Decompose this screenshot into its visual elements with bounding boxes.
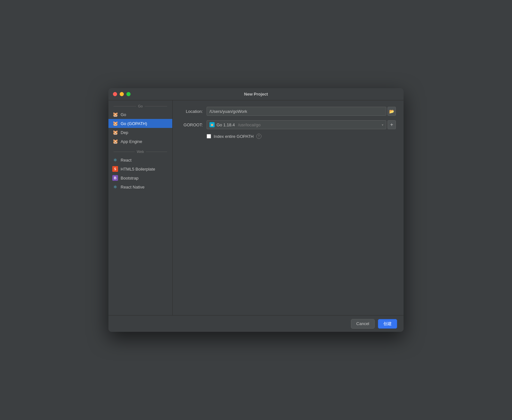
react-icon: ⚛ — [112, 157, 118, 163]
main-content: Go 🐹 Go 🐹 Go (GOPATH) 🐹 Dep — [108, 100, 404, 315]
right-panel: Location: 📂 GOROOT: 🐹 Go 1.18.4 — [173, 100, 404, 315]
goroot-select[interactable]: 🐹 Go 1.18.4 /usr/local/go ▾ — [207, 120, 386, 129]
group-label-web: Web — [108, 148, 172, 155]
location-input-wrapper: 📂 — [207, 107, 396, 116]
maximize-button[interactable] — [126, 92, 131, 96]
sidebar-item-label: Bootstrap — [121, 176, 139, 181]
go-small-icon: 🐹 — [209, 122, 215, 127]
new-project-dialog: New Project Go 🐹 Go 🐹 Go (GOPATH) — [108, 88, 404, 332]
go-path: /usr/local/go — [238, 122, 260, 127]
goroot-row: GOROOT: 🐹 Go 1.18.4 /usr/local/go ▾ + — [180, 120, 396, 129]
sidebar: Go 🐹 Go 🐹 Go (GOPATH) 🐹 Dep — [108, 100, 173, 315]
sidebar-item-go-gopath[interactable]: 🐹 Go (GOPATH) — [108, 119, 172, 128]
add-goroot-button[interactable]: + — [388, 120, 396, 129]
close-button[interactable] — [113, 92, 117, 96]
go-version: Go 1.18.4 — [217, 122, 235, 127]
window-title: New Project — [244, 92, 268, 97]
plus-icon: + — [390, 122, 393, 128]
traffic-lights — [113, 92, 131, 96]
sidebar-item-react-native[interactable]: ⚛ React Native — [108, 182, 172, 191]
sidebar-item-dep[interactable]: 🐹 Dep — [108, 128, 172, 137]
location-input[interactable] — [207, 107, 386, 116]
app-engine-icon: 🐹 — [112, 139, 118, 144]
react-native-icon: ⚛ — [112, 184, 118, 190]
sidebar-item-label: Dep — [121, 130, 128, 135]
group-label-go: Go — [108, 103, 172, 110]
sidebar-item-app-engine[interactable]: 🐹 App Engine — [108, 137, 172, 146]
folder-browse-button[interactable]: 📂 — [388, 107, 396, 116]
go-gopath-icon: 🐹 — [112, 121, 118, 126]
goroot-select-wrapper: 🐹 Go 1.18.4 /usr/local/go ▾ + — [207, 120, 396, 129]
minimize-button[interactable] — [120, 92, 124, 96]
create-button[interactable]: 创建 — [378, 319, 397, 329]
folder-icon: 📂 — [389, 109, 394, 114]
chevron-down-icon: ▾ — [382, 123, 383, 127]
location-label: Location: — [180, 109, 203, 114]
sidebar-item-go[interactable]: 🐹 Go — [108, 110, 172, 119]
go-icon: 🐹 — [112, 112, 118, 117]
index-gopath-checkbox[interactable] — [207, 134, 211, 139]
cancel-button[interactable]: Cancel — [351, 319, 375, 329]
help-icon[interactable]: ? — [256, 134, 261, 139]
sidebar-item-label: Go — [121, 112, 126, 117]
location-row: Location: 📂 — [180, 107, 396, 116]
goroot-select-left: 🐹 Go 1.18.4 /usr/local/go — [209, 122, 260, 127]
index-gopath-label: Index entire GOPATH — [214, 134, 254, 139]
sidebar-item-label: React — [121, 158, 132, 163]
sidebar-item-label: React Native — [121, 185, 144, 189]
goroot-label: GOROOT: — [180, 122, 203, 127]
sidebar-item-html5[interactable]: 5 HTML5 Boilerplate — [108, 164, 172, 173]
dep-icon: 🐹 — [112, 130, 118, 135]
bootstrap-icon: B — [112, 175, 118, 181]
sidebar-item-bootstrap[interactable]: B Bootstrap — [108, 173, 172, 182]
sidebar-item-label: App Engine — [121, 139, 142, 144]
checkbox-row: Index entire GOPATH ? — [180, 134, 396, 139]
sidebar-item-react[interactable]: ⚛ React — [108, 155, 172, 164]
sidebar-item-label: HTML5 Boilerplate — [121, 167, 155, 172]
title-bar: New Project — [108, 88, 404, 100]
sidebar-item-label: Go (GOPATH) — [121, 121, 147, 126]
html5-icon: 5 — [112, 166, 118, 172]
bottom-bar: Cancel 创建 — [108, 315, 404, 332]
